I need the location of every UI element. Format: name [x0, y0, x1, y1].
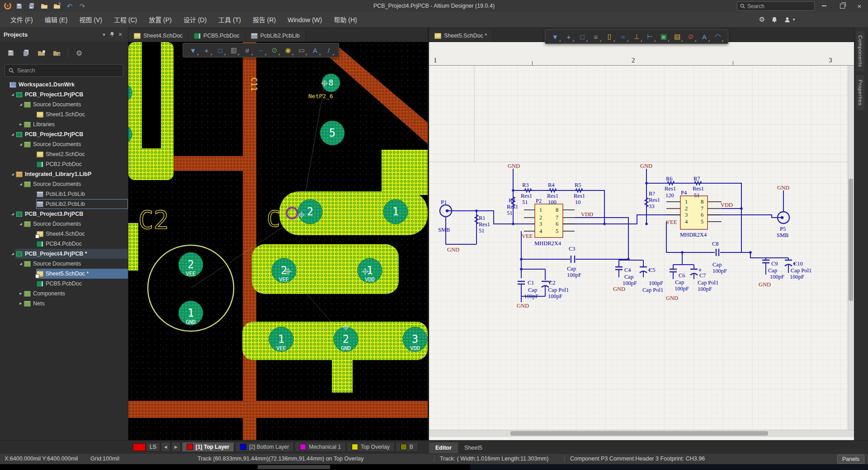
editor-view-tab[interactable]: Editor	[429, 442, 458, 453]
menu-item[interactable]: 报告 (R)	[247, 14, 282, 26]
grid-icon[interactable]: #	[241, 44, 254, 56]
global-search-input[interactable]: Search	[737, 1, 815, 11]
user-account-icon[interactable]: ▼	[784, 16, 796, 23]
select-icon[interactable]: □	[576, 31, 589, 43]
annotate-icon[interactable]: ▤	[671, 31, 684, 43]
pcb-pad[interactable]: 2 GND	[334, 327, 358, 351]
notifications-bell-icon[interactable]	[771, 16, 778, 23]
menu-item[interactable]: Window (W)	[282, 14, 328, 26]
tree-expand-arrow[interactable]: ◢	[18, 262, 24, 266]
pcb-pad[interactable]: 3 VDD	[403, 327, 427, 351]
save-project-icon[interactable]	[6, 48, 15, 57]
panel-dropdown-icon[interactable]: ▼	[100, 33, 108, 37]
line-icon[interactable]: /	[322, 44, 335, 56]
explore-folder-icon[interactable]	[37, 48, 46, 57]
pcb-pad[interactable]: 5	[320, 121, 344, 145]
move-icon[interactable]: +	[200, 44, 213, 56]
pcb-pad[interactable]: 2 VEE	[272, 258, 296, 283]
region-icon[interactable]: ▭	[295, 44, 308, 56]
tree-item[interactable]: ▶ Libraries	[0, 119, 128, 129]
bus-entry-icon[interactable]: ⊢	[644, 31, 656, 43]
tree-item[interactable]: ◢ Source Documents	[0, 139, 128, 149]
layer-set-selector[interactable]: LS	[133, 442, 160, 451]
tree-expand-arrow[interactable]: ◢	[18, 103, 24, 106]
move-icon[interactable]: +	[562, 31, 575, 43]
panel-pin-icon[interactable]	[108, 32, 116, 38]
tree-item[interactable]: ◢ Source Documents	[0, 219, 128, 229]
tree-item[interactable]: Workspace1.DsnWrk	[0, 80, 128, 90]
tree-expand-arrow[interactable]: ◢	[10, 252, 15, 256]
menu-item[interactable]: 工具 (T)	[212, 14, 247, 26]
place-part-icon[interactable]: ▯	[603, 31, 616, 43]
minimize-button[interactable]	[816, 0, 832, 12]
place-wire-icon[interactable]: ≈	[617, 31, 629, 43]
panel-close-icon[interactable]: ✕	[116, 32, 124, 38]
panel-tab[interactable]: Properties	[856, 75, 864, 110]
document-tab[interactable]: Sheet4.SchDoc	[128, 30, 189, 42]
schematic-canvas[interactable]: GNDGNDGNDP1SMBGNDR1Res151R2Res151R3Res15…	[429, 66, 854, 430]
document-tab[interactable]: PcbLib2.PcbLib	[245, 30, 306, 42]
project-options-folder-icon[interactable]	[52, 48, 61, 57]
pcb-pad[interactable]: 1 VDD	[358, 258, 382, 283]
undo-icon[interactable]: ↶	[64, 2, 75, 10]
menu-item[interactable]: 编辑 (E)	[39, 14, 74, 26]
tree-expand-arrow[interactable]: ◢	[18, 182, 24, 186]
menu-item[interactable]: 放置 (P)	[143, 14, 178, 26]
redo-icon[interactable]: ↷	[77, 2, 88, 10]
tree-item[interactable]: PcbLib2.PcbLib	[0, 199, 128, 209]
restore-button[interactable]	[835, 0, 850, 12]
tree-item[interactable]: ◢ PCB_Project4.PrjPCB *	[0, 249, 128, 259]
align-icon[interactable]: ≡	[590, 31, 602, 43]
tree-item[interactable]: ◢ Source Documents	[0, 259, 128, 269]
menu-item[interactable]: 视图 (V)	[73, 14, 108, 26]
panel-tab[interactable]: Components	[856, 31, 864, 71]
tree-item[interactable]: ◢ Source Documents	[0, 179, 128, 189]
text-icon[interactable]: A	[698, 31, 711, 43]
tree-item[interactable]: ▶ Components	[0, 289, 128, 299]
menu-item[interactable]: 文件 (F)	[5, 14, 39, 26]
tree-item[interactable]: PCB5.PcbDoc	[0, 279, 128, 289]
select-icon[interactable]: □	[214, 44, 226, 56]
horizontal-scrollbar[interactable]	[429, 430, 854, 437]
tree-expand-arrow[interactable]: ◢	[18, 222, 24, 226]
tree-expand-arrow[interactable]: ▶	[18, 302, 24, 305]
bars-icon[interactable]: ▥	[227, 44, 240, 56]
route-icon[interactable]: ~	[255, 44, 267, 56]
compile-documents-icon[interactable]	[22, 48, 31, 57]
menu-item[interactable]: 帮助 (H)	[328, 14, 363, 26]
pad-icon[interactable]: ◉	[282, 44, 294, 56]
tree-expand-arrow[interactable]: ▶	[18, 123, 24, 126]
tree-item[interactable]: ◢ Integrated_Library1.LibP	[0, 169, 128, 179]
tree-item[interactable]: Sheet2.SchDoc	[0, 149, 128, 159]
save-icon[interactable]	[14, 2, 24, 10]
tree-item[interactable]: Sheet4.SchDoc	[0, 229, 128, 239]
projects-search-input[interactable]: Search	[5, 64, 123, 77]
pcb-pad[interactable]: 1	[383, 199, 408, 224]
tree-expand-arrow[interactable]: ◢	[10, 93, 15, 96]
close-button[interactable]: ×	[852, 0, 867, 12]
menu-item[interactable]: 工程 (C)	[108, 14, 143, 26]
layer-tab[interactable]: Top Overlay	[347, 442, 395, 452]
open-document-icon[interactable]	[52, 2, 62, 10]
via-icon[interactable]: ⊙	[268, 44, 281, 56]
layer-tab[interactable]: [2] Bottom Layer	[235, 442, 294, 452]
open-folder-icon[interactable]	[39, 2, 50, 10]
pcb-pad[interactable]: 1 VEE	[269, 327, 293, 351]
tree-expand-arrow[interactable]: ◢	[10, 212, 15, 216]
arc-icon[interactable]: ◠	[712, 31, 724, 43]
string-icon[interactable]: A	[309, 44, 321, 56]
tree-item[interactable]: ◢ PCB_Project3.PrjPCB	[0, 209, 128, 219]
settings-gear-icon[interactable]: ⚙	[759, 15, 765, 24]
layer-tab[interactable]: B	[396, 442, 418, 452]
layer-scroll-left-button[interactable]: ◀	[161, 442, 170, 452]
editor-view-tab[interactable]: Sheet5	[458, 442, 489, 453]
layer-scroll-right-button[interactable]: ▶	[171, 442, 181, 452]
tree-item[interactable]: ▶ Nets	[0, 299, 128, 309]
tree-item[interactable]: PcbLib1.PcbLib	[0, 189, 128, 199]
tree-expand-arrow[interactable]: ◢	[10, 172, 15, 176]
tree-item[interactable]: PCB4.PcbDoc	[0, 239, 128, 249]
tree-item[interactable]: ◢ PCB_Project1.PrjPCB	[0, 90, 128, 100]
tree-item[interactable]: ◢ Source Documents	[0, 100, 128, 109]
filter-icon[interactable]: ▼	[549, 31, 561, 43]
tree-item[interactable]: PCB2.PcbDoc	[0, 159, 128, 169]
